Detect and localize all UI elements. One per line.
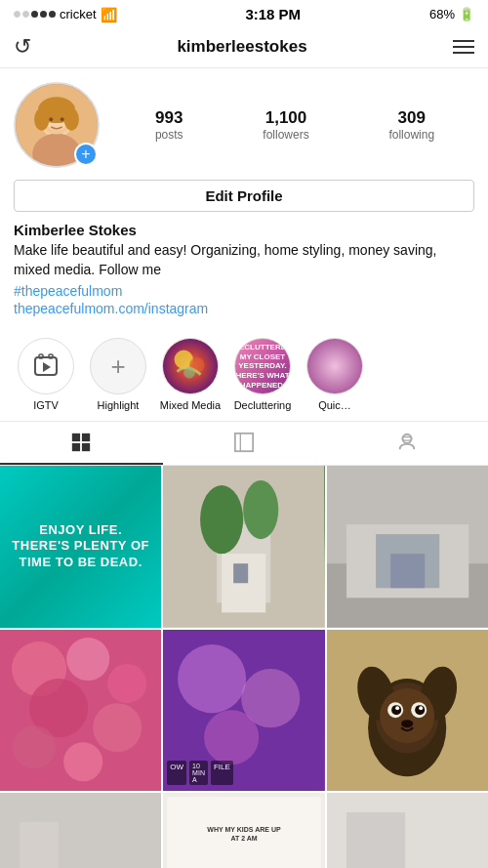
svg-point-41: [66, 638, 109, 681]
bio-name: Kimberlee Stokes: [14, 222, 474, 238]
photo-grid: ENJOY LIFE.THERE'S PLENTY OFTIME TO BE D…: [0, 466, 488, 868]
svg-point-6: [34, 108, 49, 131]
declutter-circle: DECLUTTERED MY CLOSET YESTERDAY. HERE'S …: [234, 338, 291, 394]
following-stat[interactable]: 309 following: [388, 108, 434, 142]
signal-dots: [14, 11, 56, 18]
highlight-circle: +: [90, 338, 146, 394]
add-story-button[interactable]: +: [74, 143, 98, 166]
svg-point-63: [401, 720, 413, 727]
header-username: kimberleestokes: [177, 37, 306, 57]
signal-dot-1: [14, 11, 20, 18]
svg-point-46: [63, 742, 102, 781]
photo-6[interactable]: [327, 630, 488, 791]
svg-point-45: [13, 725, 56, 768]
bio-hashtag[interactable]: #thepeacefulmom: [14, 283, 474, 299]
svg-rect-22: [72, 443, 80, 451]
svg-rect-69: [20, 822, 59, 868]
photo-3[interactable]: [327, 466, 488, 627]
signal-dot-3: [31, 11, 38, 18]
svg-point-44: [93, 703, 142, 752]
quick-label: Quic…: [318, 399, 351, 411]
igtv-circle: [18, 338, 74, 394]
photo-7[interactable]: [0, 793, 161, 868]
avatar-wrap: +: [14, 82, 100, 168]
photo-cards: WHY MY KIDS ARE UPAT 2 AM IF YOU HAVE TO…: [163, 793, 324, 868]
photo-9[interactable]: [327, 793, 488, 868]
photo-3-image: [327, 466, 488, 627]
story-igtv[interactable]: IGTV: [10, 338, 82, 421]
photo-room2-image: [327, 793, 488, 868]
bio-link[interactable]: thepeacefulmom.com/instagram: [14, 301, 474, 316]
profile-top: + 993 posts 1,100 followers 309 followin…: [14, 82, 474, 168]
photo-room1-image: [0, 793, 161, 868]
tab-grid[interactable]: [0, 422, 163, 465]
svg-rect-21: [82, 434, 90, 441]
tab-tagged[interactable]: [325, 422, 488, 465]
profile-stats: 993 posts 1,100 followers 309 following: [115, 108, 474, 142]
list-icon: [233, 432, 255, 453]
photo-2[interactable]: [163, 466, 324, 627]
svg-rect-27: [402, 437, 411, 441]
svg-rect-80: [346, 812, 405, 868]
photo-8[interactable]: WHY MY KIDS ARE UPAT 2 AM IF YOU HAVE TO…: [163, 793, 324, 868]
photo-4-image: [0, 630, 161, 791]
photo-4[interactable]: [0, 630, 161, 791]
status-left: cricket 📶: [14, 7, 117, 22]
svg-point-8: [49, 117, 53, 121]
igtv-label: IGTV: [33, 399, 59, 411]
svg-rect-38: [390, 554, 425, 588]
tab-list[interactable]: [163, 422, 326, 465]
quick-image: [307, 338, 362, 394]
grid-icon: [70, 432, 92, 453]
edit-profile-button[interactable]: Edit Profile: [14, 180, 474, 212]
svg-point-62: [419, 706, 423, 710]
following-count: 309: [388, 108, 434, 128]
signal-dot-5: [49, 11, 56, 18]
status-bar: cricket 📶 3:18 PM 68% 🔋: [0, 0, 488, 26]
carrier-label: cricket: [60, 7, 97, 21]
story-quick[interactable]: Quic…: [299, 338, 371, 421]
bio: Kimberlee Stokes Make life beautiful and…: [14, 222, 474, 316]
photo-8-text1: WHY MY KIDS ARE UPAT 2 AM: [171, 826, 316, 843]
mixed-media-label: Mixed Media: [160, 399, 221, 411]
highlight-label: Highlight: [98, 399, 140, 411]
signal-dot-4: [40, 11, 47, 18]
story-highlight[interactable]: + Highlight: [82, 338, 154, 421]
story-mixed-media[interactable]: Mixed Media: [154, 338, 226, 421]
plus-icon: +: [110, 351, 125, 382]
photo-1-text: ENJOY LIFE.THERE'S PLENTY OFTIME TO BE D…: [12, 522, 149, 572]
mixed-media-image: [163, 338, 218, 394]
photo-1[interactable]: ENJOY LIFE.THERE'S PLENTY OFTIME TO BE D…: [0, 466, 161, 627]
svg-marker-14: [43, 362, 51, 372]
status-time: 3:18 PM: [245, 6, 301, 22]
svg-rect-32: [222, 554, 265, 612]
svg-rect-24: [235, 434, 253, 451]
svg-point-18: [183, 367, 195, 379]
header: ↺ kimberleestokes: [0, 26, 488, 68]
story-decluttering[interactable]: DECLUTTERED MY CLOSET YESTERDAY. HERE'S …: [226, 338, 299, 421]
tagged-icon: [396, 432, 418, 453]
history-icon[interactable]: ↺: [14, 34, 31, 60]
menu-icon[interactable]: [453, 40, 474, 54]
posts-count: 993: [155, 108, 183, 128]
svg-point-19: [307, 339, 362, 393]
battery-label: 68%: [429, 7, 455, 21]
svg-rect-23: [82, 443, 90, 451]
photo-5[interactable]: OW 10MINA FILE: [163, 630, 324, 791]
battery-icon: 🔋: [459, 7, 474, 21]
svg-point-7: [64, 108, 79, 131]
declutter-text: DECLUTTERED MY CLOSET YESTERDAY. HERE'S …: [234, 339, 291, 393]
svg-point-61: [395, 706, 399, 710]
followers-stat[interactable]: 1,100 followers: [263, 108, 308, 142]
svg-point-9: [61, 117, 64, 121]
svg-point-56: [380, 688, 434, 743]
svg-point-50: [204, 710, 259, 765]
wifi-icon: 📶: [101, 7, 117, 22]
posts-stat[interactable]: 993 posts: [155, 108, 183, 142]
following-label: following: [388, 128, 434, 142]
signal-dot-2: [22, 11, 29, 18]
mixed-media-circle: [162, 338, 219, 394]
profile-section: + 993 posts 1,100 followers 309 followin…: [0, 68, 488, 328]
posts-label: posts: [155, 128, 183, 142]
svg-rect-20: [72, 434, 80, 441]
